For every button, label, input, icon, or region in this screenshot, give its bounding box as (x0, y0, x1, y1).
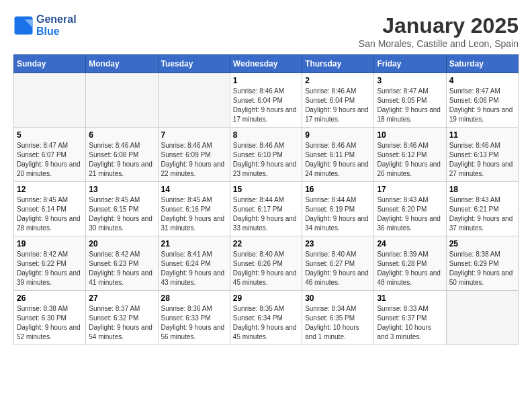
calendar-week-row: 5Sunrise: 8:47 AM Sunset: 6:07 PM Daylig… (14, 128, 519, 182)
day-number: 6 (89, 130, 154, 140)
day-number: 26 (17, 293, 83, 303)
day-number: 30 (305, 293, 371, 303)
calendar-cell: 20Sunrise: 8:42 AM Sunset: 6:23 PM Dayli… (86, 236, 158, 291)
calendar-cell: 21Sunrise: 8:41 AM Sunset: 6:24 PM Dayli… (158, 236, 230, 291)
calendar-cell: 13Sunrise: 8:45 AM Sunset: 6:15 PM Dayli… (86, 182, 158, 236)
calendar-cell: 2Sunrise: 8:46 AM Sunset: 6:04 PM Daylig… (302, 73, 374, 128)
day-number: 20 (89, 239, 154, 248)
day-info: Sunrise: 8:42 AM Sunset: 6:22 PM Dayligh… (17, 250, 83, 287)
calendar-title: January 2025 (359, 13, 519, 38)
calendar-cell: 29Sunrise: 8:35 AM Sunset: 6:34 PM Dayli… (230, 291, 302, 345)
day-number: 25 (449, 239, 515, 248)
calendar-cell: 1Sunrise: 8:46 AM Sunset: 6:04 PM Daylig… (230, 73, 302, 128)
calendar-cell (14, 73, 86, 128)
day-info: Sunrise: 8:47 AM Sunset: 6:07 PM Dayligh… (17, 141, 83, 179)
day-number: 7 (161, 130, 227, 140)
calendar-cell (158, 73, 230, 128)
day-info: Sunrise: 8:46 AM Sunset: 6:09 PM Dayligh… (161, 141, 227, 179)
calendar-cell: 12Sunrise: 8:45 AM Sunset: 6:14 PM Dayli… (14, 182, 86, 236)
calendar-cell: 3Sunrise: 8:47 AM Sunset: 6:05 PM Daylig… (374, 73, 446, 128)
day-number: 18 (449, 185, 515, 194)
day-number: 9 (305, 130, 371, 140)
title-section: January 2025 San Morales, Castille and L… (359, 13, 519, 49)
day-number: 14 (161, 185, 227, 194)
day-number: 31 (377, 293, 443, 303)
day-number: 29 (233, 293, 299, 303)
calendar-cell: 18Sunrise: 8:43 AM Sunset: 6:21 PM Dayli… (446, 182, 518, 236)
weekday-header: Thursday (302, 55, 374, 73)
calendar-cell (86, 73, 158, 128)
calendar-table: SundayMondayTuesdayWednesdayThursdayFrid… (13, 54, 519, 345)
day-number: 15 (233, 185, 299, 194)
calendar-body: 1Sunrise: 8:46 AM Sunset: 6:04 PM Daylig… (14, 73, 519, 345)
day-number: 11 (449, 130, 515, 140)
day-info: Sunrise: 8:36 AM Sunset: 6:33 PM Dayligh… (161, 304, 227, 342)
day-info: Sunrise: 8:39 AM Sunset: 6:28 PM Dayligh… (377, 250, 443, 287)
day-number: 24 (377, 239, 443, 248)
day-info: Sunrise: 8:46 AM Sunset: 6:11 PM Dayligh… (305, 141, 371, 179)
calendar-week-row: 19Sunrise: 8:42 AM Sunset: 6:22 PM Dayli… (14, 236, 519, 291)
day-number: 5 (17, 130, 83, 140)
day-number: 12 (17, 185, 83, 194)
day-number: 19 (17, 239, 83, 248)
weekday-header: Saturday (446, 55, 518, 73)
day-info: Sunrise: 8:42 AM Sunset: 6:23 PM Dayligh… (89, 250, 154, 287)
calendar-cell: 15Sunrise: 8:44 AM Sunset: 6:17 PM Dayli… (230, 182, 302, 236)
calendar-cell: 22Sunrise: 8:40 AM Sunset: 6:26 PM Dayli… (230, 236, 302, 291)
day-info: Sunrise: 8:34 AM Sunset: 6:35 PM Dayligh… (305, 304, 371, 342)
calendar-cell: 28Sunrise: 8:36 AM Sunset: 6:33 PM Dayli… (158, 291, 230, 345)
calendar-cell: 11Sunrise: 8:46 AM Sunset: 6:13 PM Dayli… (446, 128, 518, 182)
day-info: Sunrise: 8:41 AM Sunset: 6:24 PM Dayligh… (161, 250, 227, 287)
weekday-header: Wednesday (230, 55, 302, 73)
weekday-header: Monday (86, 55, 158, 73)
day-info: Sunrise: 8:44 AM Sunset: 6:17 PM Dayligh… (233, 195, 299, 233)
day-info: Sunrise: 8:38 AM Sunset: 6:30 PM Dayligh… (17, 304, 83, 342)
day-info: Sunrise: 8:46 AM Sunset: 6:13 PM Dayligh… (449, 141, 515, 179)
day-info: Sunrise: 8:40 AM Sunset: 6:27 PM Dayligh… (305, 250, 371, 287)
weekday-header: Sunday (14, 55, 86, 73)
calendar-cell: 30Sunrise: 8:34 AM Sunset: 6:35 PM Dayli… (302, 291, 374, 345)
day-info: Sunrise: 8:38 AM Sunset: 6:29 PM Dayligh… (449, 250, 515, 287)
day-info: Sunrise: 8:46 AM Sunset: 6:10 PM Dayligh… (233, 141, 299, 179)
calendar-cell: 5Sunrise: 8:47 AM Sunset: 6:07 PM Daylig… (14, 128, 86, 182)
day-number: 27 (89, 293, 154, 303)
day-number: 21 (161, 239, 227, 248)
calendar-cell: 27Sunrise: 8:37 AM Sunset: 6:32 PM Dayli… (86, 291, 158, 345)
calendar-cell: 9Sunrise: 8:46 AM Sunset: 6:11 PM Daylig… (302, 128, 374, 182)
day-number: 4 (449, 76, 515, 85)
calendar-cell: 10Sunrise: 8:46 AM Sunset: 6:12 PM Dayli… (374, 128, 446, 182)
day-info: Sunrise: 8:37 AM Sunset: 6:32 PM Dayligh… (89, 304, 154, 342)
day-number: 16 (305, 185, 371, 194)
day-info: Sunrise: 8:40 AM Sunset: 6:26 PM Dayligh… (233, 250, 299, 287)
logo-line2: Blue (36, 26, 77, 38)
day-info: Sunrise: 8:46 AM Sunset: 6:04 PM Dayligh… (233, 87, 299, 124)
day-info: Sunrise: 8:44 AM Sunset: 6:19 PM Dayligh… (305, 195, 371, 233)
calendar-cell: 6Sunrise: 8:46 AM Sunset: 6:08 PM Daylig… (86, 128, 158, 182)
day-info: Sunrise: 8:45 AM Sunset: 6:15 PM Dayligh… (89, 195, 154, 233)
calendar-cell: 17Sunrise: 8:43 AM Sunset: 6:20 PM Dayli… (374, 182, 446, 236)
day-info: Sunrise: 8:46 AM Sunset: 6:08 PM Dayligh… (89, 141, 154, 179)
day-number: 22 (233, 239, 299, 248)
logo: General Blue (13, 13, 77, 38)
day-info: Sunrise: 8:47 AM Sunset: 6:06 PM Dayligh… (449, 87, 515, 124)
day-info: Sunrise: 8:33 AM Sunset: 6:37 PM Dayligh… (377, 304, 443, 342)
logo-line1: General (36, 13, 77, 26)
day-number: 1 (233, 76, 299, 85)
calendar-cell: 24Sunrise: 8:39 AM Sunset: 6:28 PM Dayli… (374, 236, 446, 291)
day-info: Sunrise: 8:35 AM Sunset: 6:34 PM Dayligh… (233, 304, 299, 342)
logo-icon (13, 15, 34, 36)
day-info: Sunrise: 8:46 AM Sunset: 6:04 PM Dayligh… (305, 87, 371, 124)
calendar-week-row: 12Sunrise: 8:45 AM Sunset: 6:14 PM Dayli… (14, 182, 519, 236)
day-info: Sunrise: 8:45 AM Sunset: 6:16 PM Dayligh… (161, 195, 227, 233)
calendar-cell: 4Sunrise: 8:47 AM Sunset: 6:06 PM Daylig… (446, 73, 518, 128)
calendar-cell: 7Sunrise: 8:46 AM Sunset: 6:09 PM Daylig… (158, 128, 230, 182)
calendar-cell: 31Sunrise: 8:33 AM Sunset: 6:37 PM Dayli… (374, 291, 446, 345)
svg-rect-0 (15, 17, 33, 35)
calendar-header: SundayMondayTuesdayWednesdayThursdayFrid… (14, 55, 519, 73)
day-number: 3 (377, 76, 443, 85)
calendar-cell: 19Sunrise: 8:42 AM Sunset: 6:22 PM Dayli… (14, 236, 86, 291)
day-number: 13 (89, 185, 154, 194)
calendar-week-row: 26Sunrise: 8:38 AM Sunset: 6:30 PM Dayli… (14, 291, 519, 345)
weekday-header: Friday (374, 55, 446, 73)
day-number: 2 (305, 76, 371, 85)
